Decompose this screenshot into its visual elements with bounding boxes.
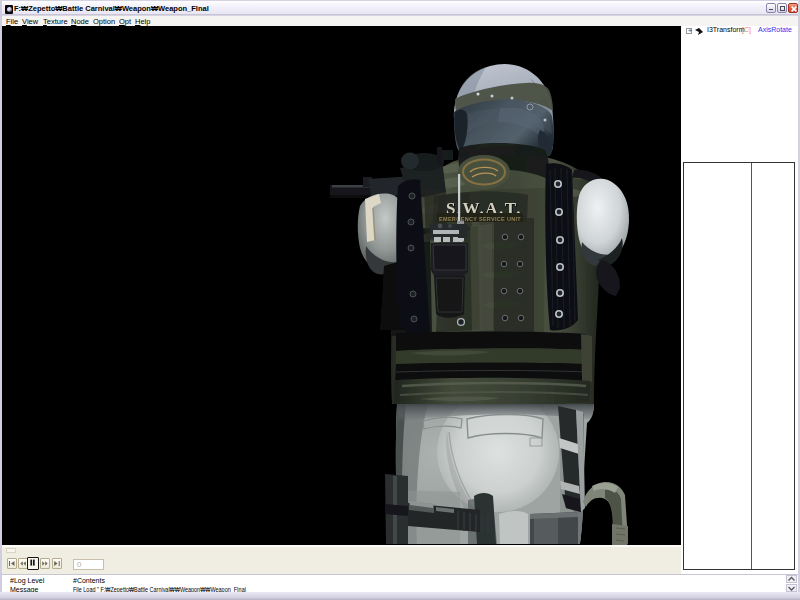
svg-text:EMERGENCY SERVICE UNIT: EMERGENCY SERVICE UNIT xyxy=(439,216,521,222)
